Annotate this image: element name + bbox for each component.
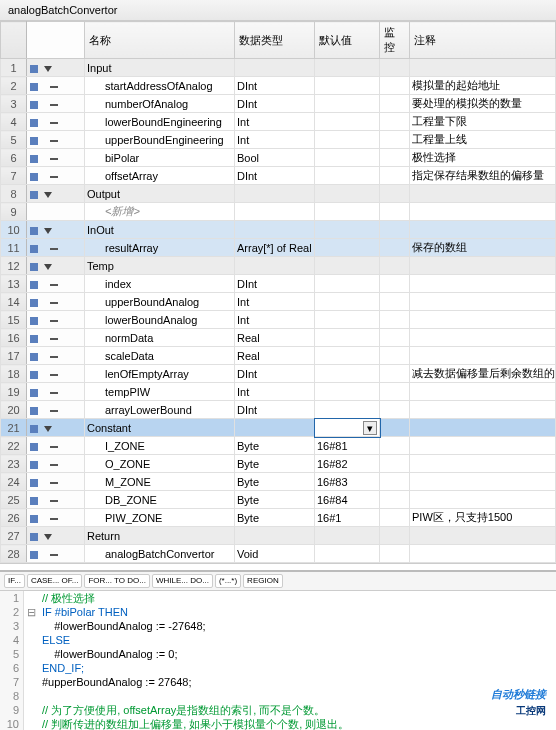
cell-comment[interactable] xyxy=(410,473,556,491)
cell-name[interactable]: numberOfAnalog xyxy=(85,95,235,113)
snippet-button[interactable]: WHILE... DO... xyxy=(152,574,213,588)
cell-type[interactable] xyxy=(235,221,315,239)
cell-name[interactable]: lenOfEmptyArray xyxy=(85,365,235,383)
table-row[interactable]: 10 InOut xyxy=(1,221,556,239)
cell-type[interactable]: Int xyxy=(235,383,315,401)
table-row[interactable]: 17 scaleDataReal xyxy=(1,347,556,365)
table-row[interactable]: 28 analogBatchConvertorVoid xyxy=(1,545,556,563)
cell-name[interactable]: index xyxy=(85,275,235,293)
cell-monitor[interactable] xyxy=(380,437,410,455)
cell-monitor[interactable] xyxy=(380,365,410,383)
table-row[interactable]: 26 PIW_ZONEByte16#1PIW区，只支持1500 xyxy=(1,509,556,527)
code-line[interactable]: 5 #lowerBoundAnalog := 0; xyxy=(0,647,556,661)
cell-default[interactable] xyxy=(315,113,380,131)
cell-name[interactable]: <新增> xyxy=(85,203,235,221)
cell-monitor[interactable] xyxy=(380,221,410,239)
expand-icon[interactable] xyxy=(44,534,52,540)
table-row[interactable]: 22 I_ZONEByte16#81 xyxy=(1,437,556,455)
table-row[interactable]: 16 normDataReal xyxy=(1,329,556,347)
cell-comment[interactable]: 工程量上线 xyxy=(410,131,556,149)
cell-monitor[interactable] xyxy=(380,185,410,203)
cell-comment[interactable] xyxy=(410,185,556,203)
code-line[interactable]: 10// 判断传进的数组加上偏移量, 如果小于模拟量个个数, 则退出。 xyxy=(0,717,556,730)
cell-monitor[interactable] xyxy=(380,149,410,167)
cell-comment[interactable]: 指定保存结果数组的偏移量 xyxy=(410,167,556,185)
cell-comment[interactable] xyxy=(410,527,556,545)
cell-name[interactable]: arrayLowerBound xyxy=(85,401,235,419)
cell-default[interactable]: 16#84 xyxy=(315,491,380,509)
table-row[interactable]: 12 Temp xyxy=(1,257,556,275)
cell-default[interactable] xyxy=(315,329,380,347)
cell-monitor[interactable] xyxy=(380,275,410,293)
cell-comment[interactable] xyxy=(410,59,556,77)
cell-comment[interactable] xyxy=(410,491,556,509)
expand-icon[interactable] xyxy=(44,192,52,198)
cell-name[interactable]: O_ZONE xyxy=(85,455,235,473)
cell-name[interactable]: biPolar xyxy=(85,149,235,167)
expand-icon[interactable] xyxy=(44,66,52,72)
cell-default[interactable]: 16#83 xyxy=(315,473,380,491)
expand-icon[interactable] xyxy=(44,228,52,234)
cell-monitor[interactable] xyxy=(380,239,410,257)
cell-name[interactable]: startAddressOfAnalog xyxy=(85,77,235,95)
snippet-button[interactable]: (*...*) xyxy=(215,574,241,588)
cell-type[interactable]: Byte xyxy=(235,455,315,473)
cell-default[interactable] xyxy=(315,545,380,563)
col-type[interactable]: 数据类型 xyxy=(235,22,315,59)
expand-icon[interactable] xyxy=(44,426,52,432)
cell-name[interactable]: upperBoundEngineering xyxy=(85,131,235,149)
table-row[interactable]: 20 arrayLowerBoundDInt xyxy=(1,401,556,419)
dropdown-icon[interactable]: ▾ xyxy=(363,421,377,435)
table-row[interactable]: 19 tempPIWInt xyxy=(1,383,556,401)
table-row[interactable]: 5 upperBoundEngineeringInt工程量上线 xyxy=(1,131,556,149)
code-line[interactable]: 6END_IF; xyxy=(0,661,556,675)
table-row[interactable]: 3 numberOfAnalogDInt要处理的模拟类的数量 xyxy=(1,95,556,113)
cell-type[interactable]: Int xyxy=(235,311,315,329)
cell-monitor[interactable] xyxy=(380,491,410,509)
cell-default[interactable] xyxy=(315,77,380,95)
cell-default[interactable] xyxy=(315,527,380,545)
cell-type[interactable]: Byte xyxy=(235,509,315,527)
cell-default[interactable] xyxy=(315,131,380,149)
cell-type[interactable]: DInt xyxy=(235,275,315,293)
snippet-button[interactable]: FOR... TO DO... xyxy=(84,574,150,588)
cell-default[interactable] xyxy=(315,401,380,419)
col-monitor[interactable]: 监控 xyxy=(380,22,410,59)
cell-name[interactable]: Input xyxy=(85,59,235,77)
cell-name[interactable]: normData xyxy=(85,329,235,347)
cell-comment[interactable] xyxy=(410,419,556,437)
col-default[interactable]: 默认值 xyxy=(315,22,380,59)
cell-name[interactable]: DB_ZONE xyxy=(85,491,235,509)
cell-comment[interactable] xyxy=(410,311,556,329)
cell-default[interactable]: 16#81 xyxy=(315,437,380,455)
table-row[interactable]: 1 Input xyxy=(1,59,556,77)
cell-name[interactable]: offsetArray xyxy=(85,167,235,185)
cell-name[interactable]: analogBatchConvertor xyxy=(85,545,235,563)
cell-monitor[interactable] xyxy=(380,419,410,437)
cell-default[interactable] xyxy=(315,383,380,401)
cell-type[interactable]: Real xyxy=(235,347,315,365)
cell-default[interactable]: 16#1 xyxy=(315,509,380,527)
cell-type[interactable]: Byte xyxy=(235,491,315,509)
cell-default[interactable] xyxy=(315,221,380,239)
fold-icon[interactable]: ⊟ xyxy=(24,605,38,619)
cell-comment[interactable] xyxy=(410,275,556,293)
table-row[interactable]: 8 Output xyxy=(1,185,556,203)
cell-name[interactable]: lowerBoundAnalog xyxy=(85,311,235,329)
snippet-button[interactable]: CASE... OF... xyxy=(27,574,83,588)
cell-comment[interactable] xyxy=(410,203,556,221)
cell-comment[interactable] xyxy=(410,347,556,365)
cell-monitor[interactable] xyxy=(380,383,410,401)
cell-default[interactable] xyxy=(315,347,380,365)
code-line[interactable]: 7#upperBoundAnalog := 27648; xyxy=(0,675,556,689)
table-row[interactable]: 6 biPolarBool极性选择 xyxy=(1,149,556,167)
cell-type[interactable]: DInt xyxy=(235,167,315,185)
table-row[interactable]: 27 Return xyxy=(1,527,556,545)
table-row[interactable]: 14 upperBoundAnalogInt xyxy=(1,293,556,311)
cell-type[interactable]: Byte xyxy=(235,437,315,455)
cell-default[interactable] xyxy=(315,239,380,257)
cell-comment[interactable] xyxy=(410,293,556,311)
cell-default[interactable] xyxy=(315,203,380,221)
cell-comment[interactable]: 减去数据偏移量后剩余数组的长度 xyxy=(410,365,556,383)
cell-monitor[interactable] xyxy=(380,167,410,185)
